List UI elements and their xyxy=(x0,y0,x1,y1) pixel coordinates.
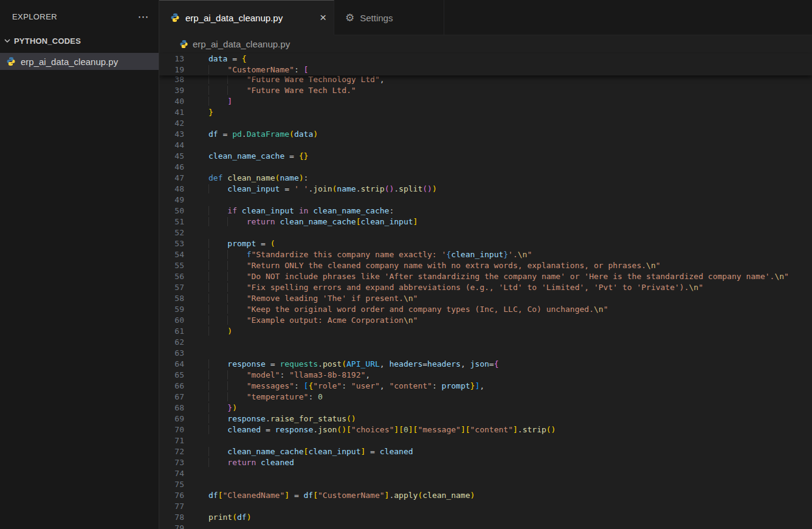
breadcrumb[interactable]: erp_ai_data_cleanup.py xyxy=(159,35,812,52)
code-line[interactable]: 70 cleaned = response.json()["choices"][… xyxy=(159,424,812,435)
code-line[interactable]: 73 return cleaned xyxy=(159,457,812,468)
code-line[interactable]: 61 ) xyxy=(159,326,812,337)
code-line[interactable]: 46 xyxy=(159,162,812,173)
code-line[interactable]: 68 }) xyxy=(159,403,812,413)
tab-settings[interactable]: ⚙ Settings xyxy=(334,0,444,35)
line-number: 55 xyxy=(159,260,184,271)
line-number: 78 xyxy=(159,512,184,523)
line-number: 47 xyxy=(159,173,184,184)
code-line[interactable]: 44 xyxy=(159,140,812,151)
code-line[interactable]: 50 if clean_input in clean_name_cache: xyxy=(159,206,812,216)
code-line[interactable]: 51 return clean_name_cache[clean_input] xyxy=(159,216,812,227)
more-actions-icon[interactable]: ⋯ xyxy=(138,13,149,21)
line-number: 62 xyxy=(159,337,184,348)
code-line[interactable]: 60 "Example output: Acme Corporation\n" xyxy=(159,315,812,326)
code-line[interactable]: 49 xyxy=(159,195,812,206)
code-line[interactable]: 76df["CleanedName"] = df["CustomerName"]… xyxy=(159,490,812,501)
code-line[interactable]: 62 xyxy=(159,337,812,348)
code-text: clean_input = ' '.join(name.strip().spli… xyxy=(208,184,437,195)
code-text: response = requests.post(API_URL, header… xyxy=(208,359,499,370)
code-line[interactable]: 58 "Remove leading 'The' if present.\n" xyxy=(159,293,812,304)
code-editor[interactable]: 38 "Future Ware Technology Ltd",39 "Futu… xyxy=(159,52,812,529)
code-line[interactable]: 38 "Future Ware Technology Ltd", xyxy=(159,74,812,85)
line-number: 50 xyxy=(159,206,184,216)
python-icon xyxy=(170,13,180,22)
line-number: 70 xyxy=(159,424,184,435)
breadcrumb-item: erp_ai_data_cleanup.py xyxy=(193,39,290,49)
code-line[interactable]: 67 "temperature": 0 xyxy=(159,392,812,403)
code-line[interactable]: 72 clean_name_cache[clean_input] = clean… xyxy=(159,446,812,457)
line-number: 61 xyxy=(159,326,184,337)
code-line[interactable]: 78print(df) xyxy=(159,512,812,523)
tab-erp-ai-data-cleanup[interactable]: erp_ai_data_cleanup.py × xyxy=(159,0,334,35)
code-line[interactable]: 75 xyxy=(159,479,812,490)
code-line[interactable]: 77 xyxy=(159,501,812,512)
file-name: erp_ai_data_cleanup.py xyxy=(21,57,118,67)
code-text: "Keep the original word order and compan… xyxy=(208,304,608,315)
code-text: if clean_input in clean_name_cache: xyxy=(208,206,394,216)
line-number: 76 xyxy=(159,490,184,501)
code-text: } xyxy=(208,107,213,118)
line-number: 75 xyxy=(159,479,184,490)
code-line[interactable]: 56 "Do NOT include phrases like 'After s… xyxy=(159,271,812,282)
line-number: 46 xyxy=(159,162,184,173)
code-line[interactable]: 74 xyxy=(159,468,812,479)
code-line[interactable]: 63 xyxy=(159,348,812,359)
code-line[interactable]: 48 clean_input = ' '.join(name.strip().s… xyxy=(159,184,812,195)
gear-icon: ⚙ xyxy=(345,12,354,24)
line-number: 79 xyxy=(159,523,184,529)
code-text: df = pd.DataFrame(data) xyxy=(208,129,318,140)
file-item-erp-ai-data-cleanup[interactable]: erp_ai_data_cleanup.py xyxy=(0,53,159,70)
explorer-sidebar: EXPLORER ⋯ PYTHON_CODES erp_ai_data_clea… xyxy=(0,0,159,529)
code-text: def clean_name(name): xyxy=(208,173,308,184)
code-line[interactable]: 40 ] xyxy=(159,96,812,107)
tab-bar: erp_ai_data_cleanup.py × ⚙ Settings xyxy=(159,0,812,35)
code-line[interactable]: 64 response = requests.post(API_URL, hea… xyxy=(159,359,812,370)
line-number: 39 xyxy=(159,85,184,96)
line-number: 41 xyxy=(159,107,184,118)
code-line[interactable]: 69 response.raise_for_status() xyxy=(159,413,812,424)
line-number: 49 xyxy=(159,195,184,206)
code-line[interactable]: 59 "Keep the original word order and com… xyxy=(159,304,812,315)
code-line[interactable]: 71 xyxy=(159,435,812,446)
code-lines: 38 "Future Ware Technology Ltd",39 "Futu… xyxy=(159,74,812,529)
line-number: 73 xyxy=(159,457,184,468)
line-number: 71 xyxy=(159,435,184,446)
code-line[interactable]: 39 "Future Ware Tech Ltd." xyxy=(159,85,812,96)
code-text: prompt = ( xyxy=(208,238,275,249)
code-line[interactable]: 45clean_name_cache = {} xyxy=(159,151,812,162)
line-number: 64 xyxy=(159,359,184,370)
code-line[interactable]: 13data = { xyxy=(159,54,812,64)
code-text: "Example output: Acme Corporation\n" xyxy=(208,315,418,326)
line-number: 38 xyxy=(159,74,184,85)
code-line[interactable]: 65 "model": "llama3-8b-8192", xyxy=(159,370,812,381)
line-number: 72 xyxy=(159,446,184,457)
code-text: clean_name_cache[clean_input] = cleaned xyxy=(208,446,413,457)
code-text: data = { xyxy=(208,54,247,64)
code-line[interactable]: 52 xyxy=(159,227,812,238)
code-line[interactable]: 47def clean_name(name): xyxy=(159,173,812,184)
code-line[interactable]: 43df = pd.DataFrame(data) xyxy=(159,129,812,140)
line-number: 51 xyxy=(159,216,184,227)
code-line[interactable]: 42 xyxy=(159,118,812,129)
code-line[interactable]: 57 "Fix spelling errors and expand abbre… xyxy=(159,282,812,293)
code-line[interactable]: 19 "CustomerName": [ xyxy=(159,64,812,75)
code-text: "Return ONLY the cleaned company name wi… xyxy=(208,260,661,271)
code-line[interactable]: 66 "messages": [{"role": "user", "conten… xyxy=(159,381,812,392)
code-line[interactable]: 41} xyxy=(159,107,812,118)
code-line[interactable]: 55 "Return ONLY the cleaned company name… xyxy=(159,260,812,271)
close-icon[interactable]: × xyxy=(320,13,326,22)
code-line[interactable]: 54 f"Standardize this company name exact… xyxy=(159,249,812,260)
tab-label: Settings xyxy=(360,13,393,23)
code-text: ) xyxy=(208,326,232,337)
code-line[interactable]: 79 xyxy=(159,523,812,529)
line-number: 65 xyxy=(159,370,184,381)
sticky-scroll[interactable]: 13data = {19 "CustomerName": [ xyxy=(159,54,812,75)
line-number: 52 xyxy=(159,227,184,238)
code-text: return clean_name_cache[clean_input] xyxy=(208,216,418,227)
explorer-header: EXPLORER ⋯ xyxy=(0,0,159,21)
code-text: "temperature": 0 xyxy=(208,392,323,403)
code-line[interactable]: 53 prompt = ( xyxy=(159,238,812,249)
sidebar-section-python-codes[interactable]: PYTHON_CODES xyxy=(0,33,159,48)
line-number: 43 xyxy=(159,129,184,140)
